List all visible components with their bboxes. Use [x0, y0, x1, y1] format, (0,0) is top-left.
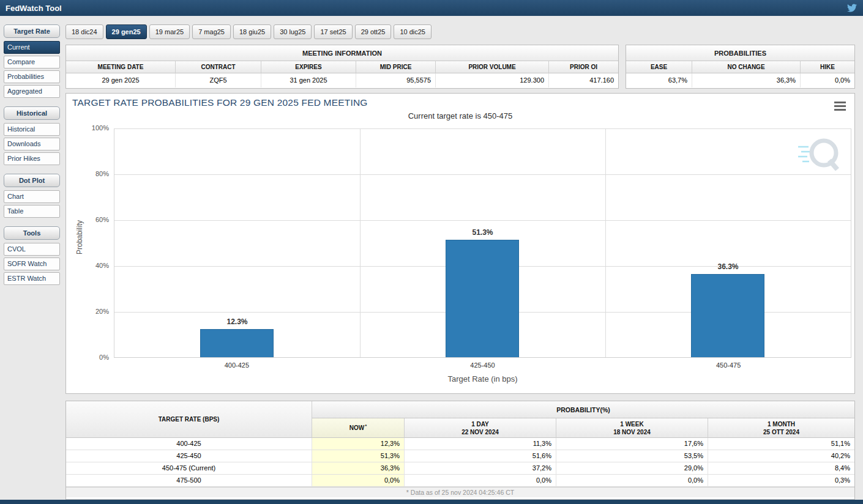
tab-7-mag25[interactable]: 7 mag25 — [192, 24, 231, 39]
y-tick-60: 60% — [66, 216, 109, 223]
x-category-450-475: 450-475 — [605, 361, 851, 369]
sidebar-header-historical: Historical — [4, 106, 60, 120]
sidebar-section-target-rate: Target Rate Current Compare Probabilitie… — [4, 24, 60, 98]
ease-header: EASE — [626, 61, 692, 73]
chart-panel: TARGET RATE PROBABILITIES FOR 29 GEN 202… — [65, 93, 855, 394]
one-day-column-header: 1 DAY 22 NOV 2024 — [405, 418, 556, 438]
y-tick-40: 40% — [66, 262, 109, 269]
sidebar-item-prior-hikes[interactable]: Prior Hikes — [4, 152, 60, 165]
target-rate-bps-header: TARGET RATE (BPS) — [66, 401, 312, 438]
chart-subtitle: Current target rate is 450-475 — [66, 111, 854, 120]
probabilities-summary-title: PROBABILITIES — [626, 45, 854, 61]
one-month-column-header: 1 MONTH 25 OTT 2024 — [708, 418, 854, 438]
meeting-information-title: MEETING INFORMATION — [66, 45, 618, 61]
meeting-date-value: 29 gen 2025 — [66, 73, 176, 87]
now-cell-3: 0,0% — [312, 475, 405, 487]
fedwatch-app: FedWatch Tool Target Rate Current Compar… — [0, 0, 863, 504]
hike-value: 0,0% — [801, 73, 854, 87]
week-cell-2: 29,0% — [556, 462, 708, 475]
chart-plot-area: 12.3% 51.3% 36.3% — [114, 128, 851, 358]
sidebar-item-compare[interactable]: Compare — [4, 56, 60, 69]
expires-header: EXPIRES — [261, 61, 356, 73]
hike-header: HIKE — [801, 61, 854, 73]
expires-value: 31 gen 2025 — [261, 73, 356, 87]
bottom-frame-bar — [0, 500, 863, 504]
bar-rect[interactable] — [200, 329, 274, 357]
now-cell-0: 12,3% — [312, 438, 405, 450]
rate-cell-1: 425-450 — [66, 450, 312, 462]
chart-title: TARGET RATE PROBABILITIES FOR 29 GEN 202… — [72, 97, 368, 108]
no-change-value: 36,3% — [692, 73, 801, 87]
twitter-icon[interactable] — [847, 3, 857, 13]
x-category-425-450: 425-450 — [360, 361, 606, 369]
now-asterisk: * — [365, 423, 367, 429]
tab-30-lug25[interactable]: 30 lug25 — [274, 24, 312, 39]
bar-column-400-425[interactable]: 12.3% — [114, 128, 360, 357]
bar-value-label: 36.3% — [717, 262, 738, 271]
meeting-information-table: MEETING DATE CONTRACT EXPIRES MID PRICE … — [66, 61, 618, 87]
rate-cell-3: 475-500 — [66, 475, 312, 487]
sidebar-item-probabilities[interactable]: Probabilities — [4, 70, 60, 83]
week-cell-0: 17,6% — [556, 438, 708, 450]
no-change-header: NO CHANGE — [692, 61, 801, 73]
sidebar: Target Rate Current Compare Probabilitie… — [4, 24, 60, 294]
sidebar-item-estr-watch[interactable]: ESTR Watch — [4, 272, 60, 285]
tab-18-giu25[interactable]: 18 giu25 — [233, 24, 271, 39]
sidebar-header-dot-plot: Dot Plot — [4, 174, 60, 187]
day-cell-1: 51,6% — [405, 450, 556, 462]
sidebar-header-tools: Tools — [4, 226, 60, 240]
month-cell-3: 0,3% — [708, 475, 854, 487]
tab-10-dic25[interactable]: 10 dic25 — [394, 24, 432, 39]
day-cell-3: 0,0% — [405, 475, 556, 487]
now-cell-2: 36,3% — [312, 462, 405, 475]
sidebar-item-cvol[interactable]: CVOL — [4, 243, 60, 256]
probability-history-panel: TARGET RATE (BPS) PROBABILITY(%) NOW* 1 … — [65, 401, 855, 500]
prior-oi-value: 417.160 — [549, 73, 618, 87]
data-as-of-footnote: * Data as of 25 nov 2024 04:25:46 CT — [66, 487, 854, 497]
y-tick-100: 100% — [66, 124, 109, 132]
contract-header: CONTRACT — [176, 61, 261, 73]
bar-rect[interactable] — [446, 240, 519, 357]
bar-column-450-475[interactable]: 36.3% — [605, 128, 851, 357]
mid-price-value: 95,5575 — [356, 73, 436, 87]
x-axis-title: Target Rate (in bps) — [114, 374, 851, 384]
tab-19-mar25[interactable]: 19 mar25 — [149, 24, 190, 39]
month-cell-2: 8,4% — [708, 462, 854, 475]
now-cell-1: 51,3% — [312, 450, 405, 462]
month-cell-1: 40,2% — [708, 450, 854, 462]
bar-value-label: 12.3% — [226, 317, 247, 326]
prior-oi-header: PRIOR OI — [549, 61, 618, 73]
sidebar-item-aggregated[interactable]: Aggregated — [4, 85, 60, 98]
prior-volume-header: PRIOR VOLUME — [436, 61, 549, 73]
mid-price-header: MID PRICE — [356, 61, 436, 73]
sidebar-item-sofr-watch[interactable]: SOFR Watch — [4, 258, 60, 270]
tab-17-set25[interactable]: 17 set25 — [314, 24, 352, 39]
probability-pct-header: PROBABILITY(%) — [312, 401, 854, 418]
app-header-bar: FedWatch Tool — [0, 0, 863, 16]
ease-value: 63,7% — [626, 73, 692, 87]
tab-29-gen25[interactable]: 29 gen25 — [106, 24, 147, 39]
sidebar-item-downloads[interactable]: Downloads — [4, 138, 60, 150]
probability-history-table: TARGET RATE (BPS) PROBABILITY(%) NOW* 1 … — [66, 401, 854, 487]
sidebar-header-target-rate: Target Rate — [4, 24, 60, 38]
meeting-date-tabs: 18 dic24 29 gen25 19 mar25 7 mag25 18 gi… — [65, 24, 432, 39]
sidebar-item-historical[interactable]: Historical — [4, 123, 60, 136]
sidebar-item-current[interactable]: Current — [4, 41, 60, 54]
one-week-column-header: 1 WEEK 18 NOV 2024 — [556, 418, 708, 438]
now-column-header: NOW* — [312, 418, 405, 438]
sidebar-item-chart[interactable]: Chart — [4, 190, 60, 203]
tab-18-dic24[interactable]: 18 dic24 — [65, 24, 103, 39]
sidebar-item-table[interactable]: Table — [4, 205, 60, 218]
prior-volume-value: 129.300 — [436, 73, 549, 87]
rate-cell-2: 450-475 (Current) — [66, 462, 312, 475]
bar-value-label: 51.3% — [472, 228, 493, 237]
contract-value: ZQF5 — [176, 73, 261, 87]
day-cell-0: 11,3% — [405, 438, 556, 450]
bar-column-425-450[interactable]: 51.3% — [360, 128, 605, 357]
meeting-date-header: MEETING DATE — [66, 61, 176, 73]
sidebar-section-historical: Historical Historical Downloads Prior Hi… — [4, 106, 60, 165]
month-cell-0: 51,1% — [708, 438, 854, 450]
x-category-400-425: 400-425 — [114, 361, 360, 369]
bar-rect[interactable] — [691, 274, 764, 357]
tab-29-ott25[interactable]: 29 ott25 — [355, 24, 392, 39]
